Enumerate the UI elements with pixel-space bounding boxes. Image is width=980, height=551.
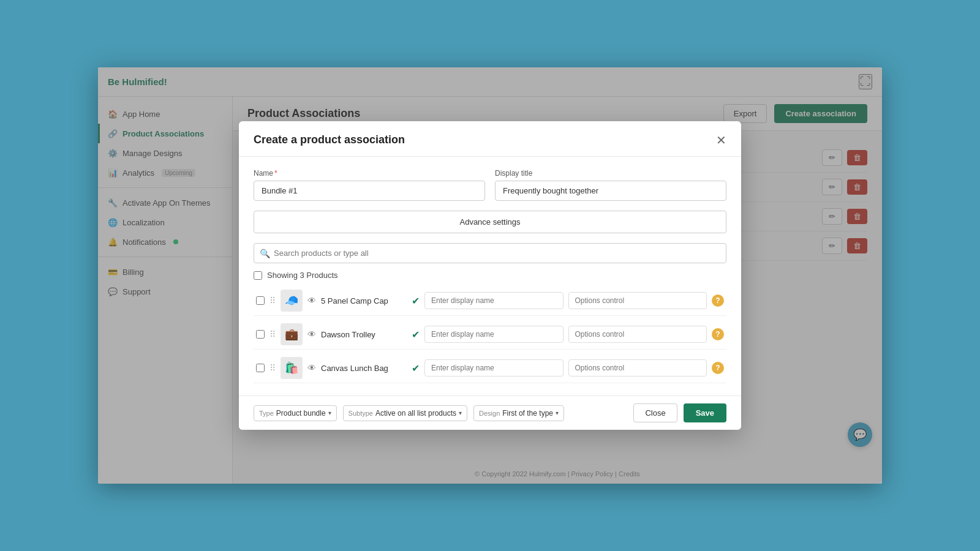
design-value: First of the type: [502, 409, 553, 418]
eye-icon-1[interactable]: 👁: [307, 296, 316, 305]
product-1-display-name[interactable]: [424, 292, 564, 309]
design-select-wrapper[interactable]: Design First of the type ▾: [473, 405, 564, 421]
product-1-verified: ✔: [412, 295, 420, 307]
subtype-value: Active on all list products: [375, 409, 456, 418]
form-group-display-title: Display title: [495, 169, 726, 201]
product-2-name: Dawson Trolley: [321, 330, 407, 339]
showing-label-row: Showing 3 Products: [254, 271, 726, 280]
type-value: Product bundle: [276, 409, 326, 418]
showing-label-text: Showing 3 Products: [267, 271, 338, 280]
product-1-checkbox[interactable]: [256, 296, 265, 305]
product-1-options[interactable]: [568, 292, 707, 309]
help-icon-3[interactable]: ?: [712, 362, 724, 374]
modal-close-footer-button[interactable]: Close: [633, 403, 677, 422]
eye-icon-2[interactable]: 👁: [307, 329, 316, 339]
modal-overlay: Create a product association ✕ Name*: [98, 67, 882, 484]
product-row-3: ⠿ 🛍️ 👁 Canvas Lunch Bag ✔ ?: [254, 353, 726, 383]
form-row-names: Name* Display title: [254, 169, 726, 201]
product-list: ⠿ 🧢 👁 5 Panel Camp Cap ✔ ?: [254, 286, 726, 383]
product-2-fields: [424, 326, 707, 343]
select-all-checkbox[interactable]: [254, 271, 262, 280]
design-label: Design: [479, 410, 500, 417]
modal-save-button[interactable]: Save: [684, 403, 726, 422]
modal-footer: Type Product bundle ▾ Subtype Active on …: [239, 395, 741, 430]
form-group-name: Name*: [254, 169, 485, 201]
product-2-display-name[interactable]: [424, 326, 564, 343]
modal-header: Create a product association ✕: [239, 121, 741, 157]
product-3-verified: ✔: [412, 362, 420, 374]
design-chevron: ▾: [556, 410, 559, 416]
modal-title: Create a product association: [254, 133, 405, 146]
advance-settings-button[interactable]: Advance settings: [254, 211, 726, 233]
help-icon-1[interactable]: ?: [712, 294, 724, 307]
name-input[interactable]: [254, 181, 485, 201]
drag-handle-2[interactable]: ⠿: [270, 329, 276, 339]
type-label: Type: [259, 410, 274, 417]
drag-handle-3[interactable]: ⠿: [270, 363, 276, 373]
product-1-name: 5 Panel Camp Cap: [321, 296, 407, 305]
product-row-1: ⠿ 🧢 👁 5 Panel Camp Cap ✔ ?: [254, 286, 726, 316]
help-icon-2[interactable]: ?: [712, 328, 724, 340]
product-2-checkbox[interactable]: [256, 330, 265, 339]
display-title-input[interactable]: [495, 181, 726, 201]
type-select-wrapper[interactable]: Type Product bundle ▾: [254, 405, 337, 421]
subtype-select-wrapper[interactable]: Subtype Active on all list products ▾: [343, 405, 467, 421]
product-2-thumb: 💼: [281, 323, 303, 345]
product-3-options[interactable]: [568, 359, 707, 377]
required-marker: *: [274, 169, 277, 178]
search-container: 🔍: [254, 243, 726, 263]
modal-body: Name* Display title Advance settings 🔍: [239, 157, 741, 395]
app-window: Be Hulmified! ⛶ 🏠 App Home 🔗 Product Ass…: [98, 67, 882, 484]
product-3-name: Canvas Lunch Bag: [321, 364, 407, 373]
create-association-modal: Create a product association ✕ Name*: [239, 121, 741, 430]
type-chevron: ▾: [328, 410, 331, 416]
product-row-2: ⠿ 💼 👁 Dawson Trolley ✔ ?: [254, 320, 726, 350]
close-icon: ✕: [716, 133, 726, 147]
product-2-verified: ✔: [412, 329, 420, 340]
product-3-thumb: 🛍️: [281, 357, 303, 379]
product-1-thumb: 🧢: [281, 290, 303, 312]
search-icon: 🔍: [260, 249, 270, 258]
product-3-display-name[interactable]: [424, 359, 564, 377]
display-title-label: Display title: [495, 169, 726, 178]
product-1-fields: [424, 292, 707, 309]
drag-handle-1[interactable]: ⠿: [270, 296, 276, 305]
product-3-fields: [424, 359, 707, 377]
subtype-chevron: ▾: [459, 410, 462, 416]
modal-close-button[interactable]: ✕: [716, 134, 726, 146]
eye-icon-3[interactable]: 👁: [307, 363, 316, 373]
product-2-options[interactable]: [568, 326, 707, 343]
search-input[interactable]: [254, 243, 726, 263]
product-3-checkbox[interactable]: [256, 364, 265, 372]
name-label: Name*: [254, 169, 485, 178]
subtype-label: Subtype: [349, 410, 373, 417]
